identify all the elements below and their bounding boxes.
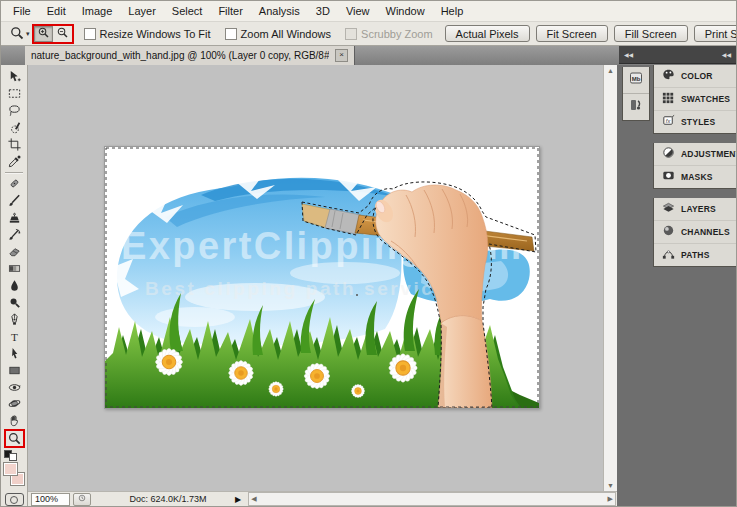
magnifier-icon (9, 25, 25, 43)
zoom-out-icon (56, 26, 69, 42)
blur-tool[interactable] (4, 277, 25, 294)
default-background-swatch (9, 453, 17, 461)
zoom-level-field[interactable]: 100% (31, 493, 70, 506)
brush-tool[interactable] (4, 192, 25, 209)
document-canvas[interactable]: ExpertClipping.com Best clipping path se… (104, 146, 540, 409)
scroll-up-icon[interactable]: ▲ (607, 67, 614, 74)
options-checkboxes: Resize Windows To FitZoom All WindowsScr… (84, 28, 433, 40)
zoom-tool-options-icon[interactable]: ▾ (9, 25, 30, 43)
panel-button-styles[interactable]: fxSTYLES (654, 110, 737, 133)
checkbox-label-resize-windows-to-fit: Resize Windows To Fit (100, 28, 211, 40)
scroll-left-icon[interactable]: ◀ (251, 495, 256, 503)
checkbox-scrubby-zoom: Scrubby Zoom (345, 28, 433, 40)
vertical-scrollbar[interactable]: ▲ ▼ (603, 65, 617, 491)
swatches-panel-icon (661, 90, 676, 109)
zoom-tool[interactable] (4, 429, 25, 448)
collapsed-panel-strip: Mb (622, 67, 650, 121)
foreground-color-swatch[interactable] (3, 462, 18, 476)
layers-panel-icon (661, 200, 676, 219)
status-bar: 100% Doc: 624.0K/1.73M ▶ ◀ ▶ (28, 491, 617, 506)
menu-window[interactable]: Window (378, 3, 433, 19)
checkbox-resize-windows-to-fit[interactable]: Resize Windows To Fit (84, 28, 211, 40)
panel-label-swatches: SWATCHES (681, 94, 730, 104)
svg-text:fx: fx (666, 117, 671, 123)
default-colors-icon[interactable] (4, 450, 17, 460)
quick-mask-circle-icon (10, 496, 18, 504)
hand-tool[interactable] (4, 412, 25, 429)
pen-tool[interactable] (4, 311, 25, 328)
panel-button-color[interactable]: COLOR (654, 65, 737, 87)
3d-orbit-tool[interactable] (4, 396, 25, 413)
status-options-button[interactable] (73, 493, 91, 506)
panel-button-adjustments[interactable]: ADJUSTMENTS (654, 143, 737, 165)
gradient-tool[interactable] (4, 260, 25, 277)
document-tab-bar: nature_background_with_hand.jpg @ 100% (… (1, 46, 736, 65)
lasso-tool[interactable] (4, 102, 25, 119)
eraser-tool[interactable] (4, 243, 25, 260)
quick-mask-button[interactable] (5, 493, 24, 506)
eyedropper-tool[interactable] (4, 153, 25, 170)
options-buttons: Actual PixelsFit ScreenFill ScreenPrint … (445, 25, 737, 42)
menu-select[interactable]: Select (164, 3, 211, 19)
collapse-dock-chevron-icon[interactable]: ◀◀ (624, 51, 633, 58)
panel-label-masks: MASKS (681, 172, 713, 182)
styles-panel-icon: fx (661, 113, 676, 132)
scroll-down-icon[interactable]: ▼ (607, 482, 614, 489)
clock-icon (77, 493, 87, 505)
scroll-right-icon[interactable]: ▶ (608, 495, 613, 503)
zoom-in-button[interactable] (34, 26, 53, 42)
panel-button-channels[interactable]: CHANNELS (654, 220, 737, 243)
color-swatches (2, 462, 26, 488)
menu-image[interactable]: Image (74, 3, 121, 19)
fill-screen-button[interactable]: Fill Screen (614, 25, 688, 42)
menu-3d[interactable]: 3D (308, 3, 338, 19)
crop-tool[interactable] (4, 136, 25, 153)
panel-label-layers: LAYERS (681, 204, 716, 214)
zoom-in-icon (37, 26, 50, 42)
menu-layer[interactable]: Layer (120, 3, 164, 19)
menu-edit[interactable]: Edit (39, 3, 74, 19)
checkbox-zoom-all-windows[interactable]: Zoom All Windows (225, 28, 331, 40)
canvas-area[interactable]: ExpertClipping.com Best clipping path se… (28, 65, 617, 491)
path-selection-tool[interactable] (4, 345, 25, 362)
type-tool[interactable]: T (4, 328, 25, 345)
document-tab[interactable]: nature_background_with_hand.jpg @ 100% (… (25, 46, 355, 65)
fit-screen-button[interactable]: Fit Screen (536, 25, 608, 42)
actual-pixels-button[interactable]: Actual Pixels (445, 25, 530, 42)
menu-file[interactable]: File (5, 3, 39, 19)
tab-close-icon[interactable]: × (335, 49, 348, 62)
panel-button-swatches[interactable]: SWATCHES (654, 87, 737, 110)
panel-label-paths: PATHS (681, 250, 710, 260)
menu-analysis[interactable]: Analysis (251, 3, 308, 19)
menu-filter[interactable]: Filter (210, 3, 250, 19)
menu-bar: FileEditImageLayerSelectFilterAnalysis3D… (1, 1, 736, 22)
status-flyout-arrow-icon[interactable]: ▶ (235, 495, 241, 504)
collapse-panels-chevron-icon[interactable]: ◀◀ (722, 51, 731, 58)
photoshop-window: FileEditImageLayerSelectFilterAnalysis3D… (0, 0, 737, 507)
3d-rotate-tool[interactable] (4, 379, 25, 396)
clone-stamp-tool[interactable] (4, 209, 25, 226)
checkbox-box-zoom-all-windows[interactable] (225, 28, 237, 40)
panel-button-paths[interactable]: PATHS (654, 243, 737, 266)
horizontal-scrollbar[interactable]: ◀ ▶ (248, 492, 616, 506)
spot-healing-brush-tool[interactable] (4, 176, 25, 193)
panel-button-masks[interactable]: MASKS (654, 165, 737, 188)
print-size-button[interactable]: Print Size (694, 25, 737, 42)
dodge-tool[interactable] (4, 294, 25, 311)
menu-help[interactable]: Help (433, 3, 472, 19)
checkbox-box-resize-windows-to-fit[interactable] (84, 28, 96, 40)
masks-panel-icon (661, 168, 676, 187)
zoom-out-button[interactable] (53, 26, 72, 42)
menu-view[interactable]: View (338, 3, 378, 19)
rectangle-tool[interactable] (4, 362, 25, 379)
checkbox-box-scrubby-zoom (345, 28, 357, 40)
toolbox-divider (5, 172, 23, 174)
move-tool[interactable] (4, 68, 25, 85)
rectangular-marquee-tool[interactable] (4, 85, 25, 102)
history-brush-tool[interactable] (4, 226, 25, 243)
mini-bridge-icon: Mb (628, 70, 644, 90)
history-panel-button[interactable] (623, 94, 649, 120)
panel-button-layers[interactable]: LAYERS (654, 198, 737, 220)
mini-bridge-panel-button[interactable]: Mb (623, 67, 649, 94)
quick-selection-tool[interactable] (4, 119, 25, 136)
